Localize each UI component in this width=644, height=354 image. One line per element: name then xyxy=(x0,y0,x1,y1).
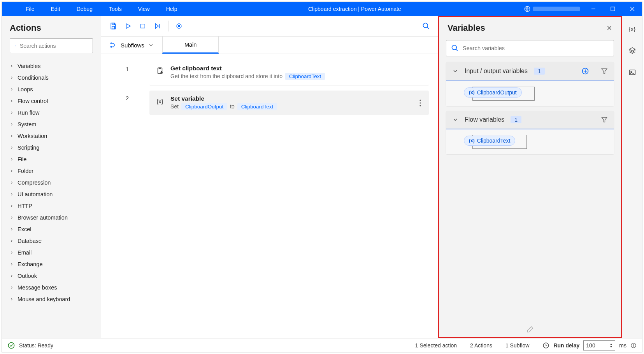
action-category[interactable]: Exchange xyxy=(7,258,98,270)
window-title: Clipboard extraction | Power Automate xyxy=(186,6,524,12)
action-category[interactable]: File xyxy=(7,153,98,165)
action-category[interactable]: Browser automation xyxy=(7,212,98,223)
svg-point-37 xyxy=(9,342,14,348)
info-icon[interactable] xyxy=(630,342,637,349)
tab-main[interactable]: Main xyxy=(162,37,219,54)
svg-point-17 xyxy=(111,43,112,44)
action-category[interactable]: Database xyxy=(7,235,98,247)
close-panel-button[interactable] xyxy=(606,25,612,31)
flow-step[interactable]: {x} Set variable Set ClipboardOutput to … xyxy=(149,91,429,115)
actions-list[interactable]: VariablesConditionalsLoopsFlow controlRu… xyxy=(2,58,101,338)
action-category[interactable]: Email xyxy=(7,247,98,258)
action-category-label: Excel xyxy=(18,226,31,232)
action-category[interactable]: Excel xyxy=(7,223,98,235)
svg-point-27 xyxy=(452,45,457,50)
action-category-label: Workstation xyxy=(18,133,47,139)
action-category[interactable]: Scripting xyxy=(7,142,98,153)
action-category[interactable]: Compression xyxy=(7,177,98,188)
action-category[interactable]: Workstation xyxy=(7,130,98,142)
io-variables-header[interactable]: Input / output variables 1 xyxy=(446,62,614,81)
status-ready: Status: Ready xyxy=(19,342,53,349)
variables-search-input[interactable] xyxy=(463,45,609,51)
action-category-label: Flow control xyxy=(18,98,48,104)
add-variable-button[interactable] xyxy=(581,67,589,75)
io-variables-section: Input / output variables 1 (x) Clipboard… xyxy=(446,62,614,106)
action-category-label: Database xyxy=(18,238,42,244)
menu-file[interactable]: File xyxy=(18,3,43,15)
action-category[interactable]: Flow control xyxy=(7,95,98,107)
stepper-icon[interactable]: ▲▼ xyxy=(609,343,612,348)
search-icon xyxy=(15,42,16,49)
action-category[interactable]: Conditionals xyxy=(7,72,98,84)
subflows-label: Subflows xyxy=(121,42,144,49)
actions-search-input[interactable] xyxy=(20,43,88,49)
run-button[interactable] xyxy=(121,19,135,33)
svg-point-18 xyxy=(111,46,112,47)
chevron-right-icon xyxy=(10,99,14,103)
images-rail-button[interactable] xyxy=(626,66,638,78)
record-button[interactable] xyxy=(172,19,186,33)
filter-button[interactable] xyxy=(601,116,608,123)
action-category-label: Message boxes xyxy=(18,284,57,291)
flow-step[interactable]: A Get clipboard text Get the text from t… xyxy=(149,60,429,86)
action-category-label: Email xyxy=(18,249,32,256)
variables-rail-button[interactable]: {x} xyxy=(626,23,638,35)
stop-button[interactable] xyxy=(135,19,150,33)
subflows-button[interactable]: Subflows xyxy=(101,37,162,54)
action-category-label: Compression xyxy=(18,180,51,186)
action-category[interactable]: Variables xyxy=(7,60,98,72)
minimize-button[interactable] xyxy=(584,2,603,16)
menu-debug[interactable]: Debug xyxy=(68,3,101,15)
search-flow-button[interactable] xyxy=(418,18,433,34)
io-variables-count: 1 xyxy=(534,68,545,75)
action-category[interactable]: Folder xyxy=(7,165,98,177)
step-desc: Get the text from the clipboard and stor… xyxy=(170,73,423,80)
svg-point-15 xyxy=(423,23,428,28)
maximize-button[interactable] xyxy=(603,2,623,16)
action-category[interactable]: System xyxy=(7,119,98,130)
action-category[interactable]: Message boxes xyxy=(7,282,98,293)
menu-tools[interactable]: Tools xyxy=(101,3,130,15)
action-category-label: Loops xyxy=(18,86,33,92)
action-category[interactable]: HTTP xyxy=(7,200,98,212)
environment-badge[interactable] xyxy=(524,5,580,12)
variable-pill: ClipboardText xyxy=(285,73,325,80)
svg-point-24 xyxy=(419,105,421,106)
svg-point-5 xyxy=(15,45,16,46)
variable-glyph-icon: (x) xyxy=(469,90,475,95)
svg-point-14 xyxy=(178,25,180,27)
close-button[interactable] xyxy=(623,2,642,16)
action-category[interactable]: Run flow xyxy=(7,107,98,119)
action-category[interactable]: Loops xyxy=(7,84,98,95)
variables-search[interactable] xyxy=(446,40,614,56)
variable-chip[interactable]: (x) ClipboardOutput xyxy=(464,87,522,98)
variable-chip[interactable]: (x) ClipboardText xyxy=(464,136,515,146)
run-delay-input[interactable]: 100 ▲▼ xyxy=(583,340,615,351)
actions-search[interactable] xyxy=(10,38,93,53)
eraser-button[interactable] xyxy=(526,326,534,333)
svg-line-28 xyxy=(456,49,458,51)
action-category[interactable]: UI automation xyxy=(7,188,98,200)
variable-pill: ClipboardOutput xyxy=(181,103,227,110)
menu-edit[interactable]: Edit xyxy=(43,3,68,15)
chevron-right-icon xyxy=(10,134,14,138)
action-category-label: Variables xyxy=(18,63,40,69)
chevron-right-icon xyxy=(10,286,14,289)
step-title: Get clipboard text xyxy=(170,65,423,72)
more-button[interactable] xyxy=(417,97,423,109)
save-button[interactable] xyxy=(106,19,121,33)
flow-variables-header[interactable]: Flow variables 1 xyxy=(446,111,614,129)
menu-view[interactable]: View xyxy=(130,3,158,15)
subflow-count: 1 Subflow xyxy=(505,342,529,349)
action-category[interactable]: Outlook xyxy=(7,270,98,282)
line-number-2: 2 xyxy=(101,89,129,119)
action-category-label: System xyxy=(18,121,36,127)
svg-marker-9 xyxy=(126,24,131,28)
menu-help[interactable]: Help xyxy=(158,3,186,15)
ui-elements-rail-button[interactable] xyxy=(626,45,638,56)
action-category[interactable]: Mouse and keyboard xyxy=(7,293,98,305)
action-category-label: Mouse and keyboard xyxy=(18,296,70,302)
step-button[interactable] xyxy=(150,19,165,33)
filter-button[interactable] xyxy=(601,68,608,75)
svg-marker-32 xyxy=(602,69,607,73)
